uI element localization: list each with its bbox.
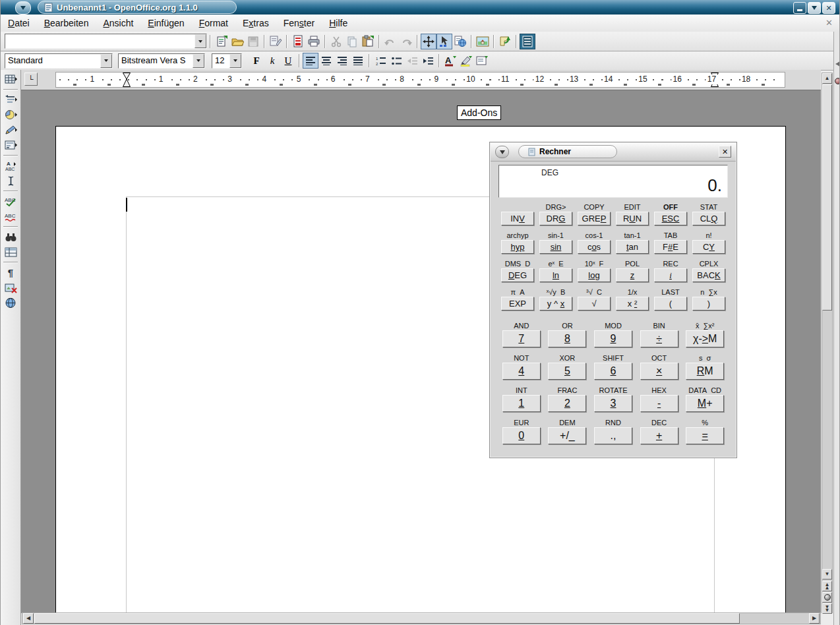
calculator-close-button[interactable]: ✕ — [719, 146, 731, 158]
menu-ansicht[interactable]: Ansicht — [96, 16, 140, 30]
calc-key-6[interactable]: 6 — [594, 363, 632, 380]
calc-key-paren-open[interactable]: ( — [654, 297, 687, 311]
menu-einfuegen[interactable]: Einfügen — [140, 16, 191, 30]
calculator-window-menu-button[interactable] — [495, 146, 509, 158]
titlebar[interactable]: Unbenannt1 - OpenOffice.org 1.1.0 ✕ — [1, 0, 839, 15]
scroll-down-button[interactable]: ▼ — [822, 569, 832, 580]
bullets-button[interactable] — [388, 53, 404, 69]
navigator-panel-button[interactable] — [520, 34, 535, 49]
url-input[interactable] — [5, 34, 195, 47]
horizontal-ruler[interactable]: 1123456789101112131415161718 — [55, 72, 785, 88]
calc-key-clq[interactable]: CLQ — [692, 212, 725, 225]
stylist-button[interactable] — [436, 34, 452, 49]
underline-button[interactable]: U — [280, 53, 296, 69]
menu-hilfe[interactable]: Hilfe — [322, 16, 355, 30]
previous-page-button[interactable]: ▲▲ — [822, 581, 832, 591]
maximize-shade-button[interactable] — [808, 2, 821, 14]
calc-key-run[interactable]: RUN — [616, 212, 649, 225]
calc-key-2[interactable]: 2 — [548, 395, 586, 412]
close-button[interactable]: ✕ — [822, 2, 835, 14]
highlighting-button[interactable] — [458, 53, 474, 69]
minimize-button[interactable] — [793, 2, 806, 14]
navigation-button[interactable] — [822, 592, 832, 603]
calc-key-cos[interactable]: cos — [578, 240, 611, 254]
cut-button[interactable] — [328, 34, 344, 49]
spellcheck-button[interactable]: ABC — [3, 194, 19, 209]
calc-key-fe[interactable]: F#E — [654, 240, 687, 254]
calc-key-drg[interactable]: DRG — [539, 212, 572, 225]
paste-button[interactable] — [360, 34, 376, 49]
gallery-button[interactable] — [475, 34, 491, 49]
calculator-window[interactable]: Rechner ✕ DEG 0. INVDRG>DRGCOPYGREPEDITR… — [489, 142, 737, 458]
redo-button[interactable] — [398, 34, 414, 49]
calc-key-rm[interactable]: RM — [686, 363, 724, 380]
calc-key-0[interactable]: 0 — [502, 427, 541, 444]
form-functions-button[interactable] — [3, 138, 19, 153]
calc-key-4[interactable]: 4 — [502, 363, 541, 380]
calc-key-plus[interactable]: + — [640, 427, 678, 444]
calc-key-9[interactable]: 9 — [594, 330, 632, 347]
online-layout-button[interactable] — [3, 295, 19, 311]
calc-key-cy[interactable]: CY — [692, 240, 725, 254]
graphics-onoff-button[interactable] — [3, 280, 19, 295]
calc-key-hyp[interactable]: hyp — [501, 240, 534, 254]
calculator-titlebar[interactable]: Rechner ✕ — [491, 143, 736, 162]
align-left-button[interactable] — [303, 53, 318, 69]
calc-key-back[interactable]: BACK — [692, 268, 725, 282]
print-button[interactable] — [306, 34, 322, 49]
find-replace-button[interactable] — [3, 229, 19, 245]
scroll-right-button[interactable]: ▶ — [809, 613, 820, 624]
font-dropdown-arrow[interactable] — [193, 54, 204, 68]
calc-key-3[interactable]: 3 — [594, 395, 632, 412]
navigator-button[interactable] — [421, 34, 436, 49]
insert-table-button[interactable] — [3, 72, 19, 87]
calc-key-equals[interactable]: = — [686, 427, 724, 444]
menu-datei[interactable]: Datei — [1, 16, 37, 30]
calc-key-sin[interactable]: sin — [539, 240, 572, 254]
calc-key-mplus[interactable]: M+ — [686, 395, 724, 412]
menu-format[interactable]: Format — [192, 16, 235, 30]
paragraph-background-button[interactable] — [474, 53, 490, 69]
undo-button[interactable] — [382, 34, 398, 49]
open-button[interactable] — [229, 34, 245, 49]
scroll-left-button[interactable]: ◀ — [23, 613, 34, 624]
nonprinting-characters-button[interactable]: ¶ — [3, 265, 19, 280]
export-pdf-button[interactable] — [290, 34, 306, 49]
document-close-icon[interactable]: ✕ — [825, 18, 833, 28]
vertical-scrollbar-thumb[interactable] — [822, 84, 832, 311]
toolbar-overflow-arrow-icon[interactable] — [835, 61, 840, 67]
calc-key-square[interactable]: x ² — [616, 297, 649, 311]
calc-key-minus[interactable]: - — [640, 395, 678, 412]
align-right-button[interactable] — [334, 53, 350, 69]
toolbar-handle-icon[interactable] — [835, 78, 840, 84]
tab-type-selector-button[interactable]: └ — [24, 73, 38, 86]
data-sources-button[interactable] — [3, 245, 19, 260]
calc-key-z[interactable]: z — [616, 268, 649, 282]
calc-key-5[interactable]: 5 — [548, 363, 586, 380]
window-menu-button[interactable] — [15, 1, 31, 15]
calc-key-decimal[interactable]: ., — [594, 427, 632, 444]
calc-key-tan[interactable]: tan — [616, 240, 649, 254]
fontsize-dropdown-arrow[interactable] — [229, 54, 241, 68]
italic-button[interactable]: k — [264, 53, 280, 69]
url-dropdown-arrow[interactable] — [195, 34, 206, 48]
save-button[interactable] — [245, 34, 261, 49]
menu-bearbeiten[interactable]: Bearbeiten — [37, 16, 96, 30]
calc-key-1[interactable]: 1 — [502, 395, 541, 412]
new-document-button[interactable] — [214, 34, 229, 49]
calc-key-i[interactable]: i — [654, 268, 687, 282]
left-indent-marker[interactable] — [123, 73, 131, 87]
style-value[interactable]: Standard — [5, 54, 100, 68]
calc-key-pow[interactable]: y ^ x — [539, 297, 572, 311]
calc-key-store[interactable]: χ->M — [686, 330, 724, 347]
hyperlink-button[interactable] — [497, 34, 513, 49]
calc-key-log[interactable]: log — [578, 268, 611, 282]
calc-key-grep[interactable]: GREP — [578, 212, 611, 225]
indent-decrease-button[interactable] — [404, 53, 420, 69]
autospellcheck-button[interactable]: ABC — [3, 209, 19, 224]
calc-key-paren-close[interactable]: ) — [692, 297, 725, 311]
horizontal-scrollbar[interactable]: ◀ ▶ — [22, 612, 821, 624]
next-page-button[interactable]: ▼▼ — [822, 603, 832, 614]
vertical-scrollbar[interactable]: ▲ ▼ ▲▲ ▼▼ — [822, 73, 833, 613]
menu-fenster[interactable]: Fenster — [276, 16, 322, 30]
